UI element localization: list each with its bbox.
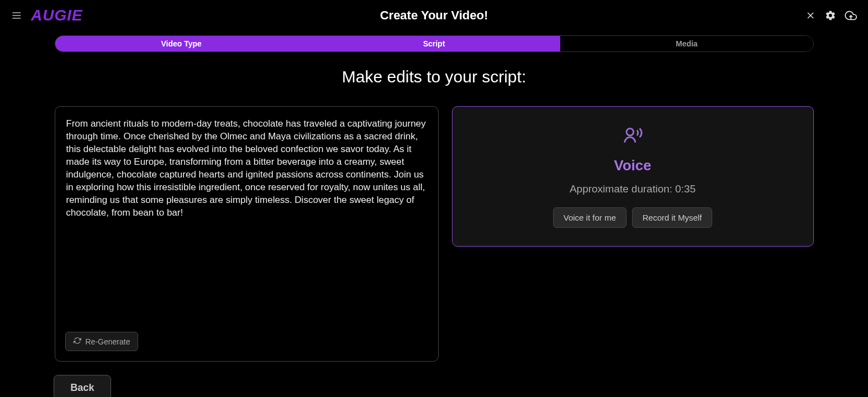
refresh-icon	[73, 337, 81, 346]
svg-point-5	[627, 128, 634, 135]
gear-icon[interactable]	[825, 10, 836, 21]
cloud-upload-icon[interactable]	[845, 9, 857, 22]
progress-tabs: Video Type Script Media	[55, 35, 814, 52]
back-button[interactable]: Back	[54, 375, 111, 397]
voice-icon	[622, 125, 643, 148]
voice-title: Voice	[614, 157, 651, 174]
script-textarea[interactable]: From ancient rituals to modern-day treat…	[66, 118, 427, 220]
voice-panel: Voice Approximate duration: 0:35 Voice i…	[452, 106, 814, 247]
section-title: Make edits to your script:	[0, 67, 868, 86]
regenerate-button[interactable]: Re-Generate	[65, 332, 139, 351]
menu-icon[interactable]	[11, 10, 22, 21]
script-panel: From ancient rituals to modern-day treat…	[55, 106, 439, 362]
tab-media[interactable]: Media	[560, 36, 813, 51]
voice-duration: Approximate duration: 0:35	[570, 183, 696, 195]
record-myself-button[interactable]: Record it Myself	[632, 207, 713, 228]
page-title: Create Your Video!	[380, 8, 488, 23]
regenerate-label: Re-Generate	[86, 337, 130, 346]
voice-it-button[interactable]: Voice it for me	[553, 207, 627, 228]
tab-video-type[interactable]: Video Type	[55, 36, 308, 51]
logo: AUGIE	[31, 7, 83, 24]
tab-script[interactable]: Script	[308, 36, 560, 51]
close-icon[interactable]	[805, 10, 816, 21]
